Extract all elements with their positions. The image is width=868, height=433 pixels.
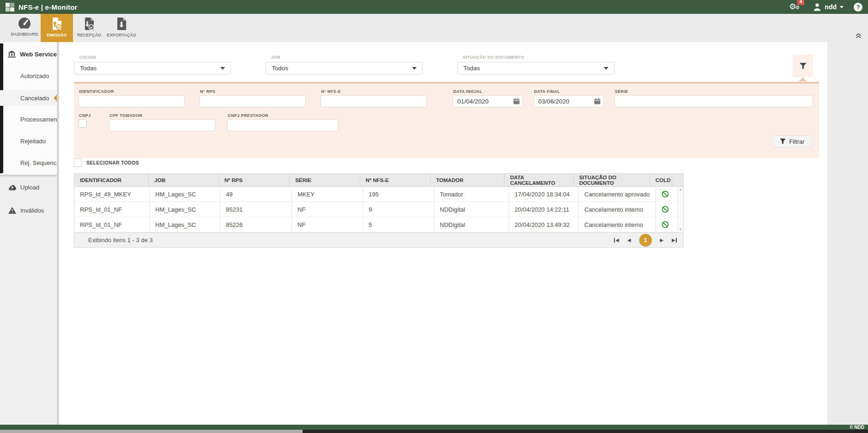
first-page-button[interactable]: ◀ <box>614 238 619 243</box>
filter-panel-toggle-button[interactable] <box>793 55 813 77</box>
serie-input[interactable] <box>614 95 813 107</box>
select-all-label: SELECIONAR TODOS <box>86 160 139 165</box>
table-row[interactable]: RPS_Id_01_NFHM_Lages_SC85231NF9NDDigital… <box>74 202 683 217</box>
column-header[interactable]: TOMADOR <box>431 174 504 186</box>
filtrar-button[interactable]: Filtrar <box>772 135 812 147</box>
sidebar: Web Service Autorizado Cancelado Process… <box>0 42 57 425</box>
column-header[interactable]: Nº RPS <box>219 174 290 186</box>
export-document-icon <box>115 17 127 31</box>
table-footer: Exibindo itens 1 - 3 de 3 ◀ ◀ 1 ▶ ▶ <box>74 232 683 247</box>
situacao-label: SITUAÇÃO DO DOCUMENTO <box>463 55 524 60</box>
serie-label: SÉRIE <box>615 89 628 94</box>
table-cell: 5 <box>363 217 434 232</box>
pagination: ◀ ◀ 1 ▶ ▶ <box>614 234 677 246</box>
cidade-select[interactable]: Todas <box>74 62 231 74</box>
user-menu[interactable]: ndd <box>813 3 844 11</box>
select-all-checkbox[interactable] <box>74 159 82 167</box>
job-label: JOB <box>271 55 280 60</box>
notification-badge: 4 <box>797 0 804 5</box>
table-cell: 195 <box>363 187 434 201</box>
table-cell: MKEY <box>292 187 363 201</box>
cpf-tomador-label: CPF TOMADOR <box>109 113 142 118</box>
column-header[interactable]: SÉRIE <box>290 174 360 186</box>
username: ndd <box>825 3 837 11</box>
horizontal-scrollbar[interactable] <box>0 430 868 433</box>
sidebar-item-upload[interactable]: Upload <box>0 179 57 195</box>
scroll-up-icon[interactable]: ▲ <box>679 188 682 191</box>
tab-dashboard[interactable]: DASHBOARD <box>8 14 41 42</box>
calendar-icon[interactable] <box>594 98 601 106</box>
horizontal-scrollbar-thumb[interactable] <box>0 430 303 433</box>
header-filler <box>672 174 683 186</box>
table-cell: 17/04/2020 18:34:04 <box>509 187 579 201</box>
nfse-input[interactable] <box>321 95 427 107</box>
select-caret-icon <box>604 67 608 70</box>
right-gutter <box>827 42 868 425</box>
cold-cancel-icon <box>662 221 669 228</box>
data-final-input[interactable] <box>534 95 604 107</box>
sidebar-item-invalidos[interactable]: Inválidos <box>0 202 57 218</box>
table-cell: 85226 <box>220 217 292 232</box>
scroll-down-icon[interactable]: ▼ <box>679 228 682 232</box>
sidebar-item-autorizado[interactable]: Autorizado <box>0 68 57 84</box>
table-cell: Cancelamento interno <box>579 202 656 217</box>
cold-cell[interactable] <box>656 187 678 201</box>
table-row[interactable]: RPS_Id_49_MKEYHM_Lages_SC49MKEY195Tomado… <box>74 187 683 202</box>
sidebar-item-rej-sequencial[interactable]: Rej. Sequencial <box>0 155 57 171</box>
sidebar-item-web-service[interactable]: Web Service <box>0 46 57 62</box>
chevrons-up-icon <box>856 33 862 38</box>
cpf-tomador-input[interactable] <box>109 119 215 131</box>
data-final-field <box>534 95 604 107</box>
identificador-input[interactable] <box>79 95 185 107</box>
tab-exportacao[interactable]: EXPORTAÇÃO <box>105 14 138 42</box>
table-cell: Cancelamento aprovado <box>579 187 656 201</box>
table-cell: 49 <box>220 187 292 201</box>
table-cell: 9 <box>363 202 434 217</box>
last-page-button[interactable]: ▶ <box>672 238 677 243</box>
funnel-icon <box>800 63 807 69</box>
table-cell: HM_Lages_SC <box>150 187 220 201</box>
table-cell: Tomador <box>434 187 509 201</box>
help-button[interactable]: ? <box>854 3 862 12</box>
column-header[interactable]: IDENTIFICADOR <box>74 174 149 186</box>
table-cell: NF <box>292 217 363 232</box>
column-header[interactable]: COLD <box>650 174 672 186</box>
next-page-button[interactable]: ▶ <box>660 238 664 243</box>
cnpj-checkbox[interactable] <box>79 119 87 128</box>
page: NFS-e | e-Monitor ⚙ ⚙ 4 ndd ? <box>0 0 868 433</box>
cnpj-prestador-label: CNPJ PRESTADOR <box>228 113 268 118</box>
table-body: RPS_Id_49_MKEYHM_Lages_SC49MKEY195Tomado… <box>74 187 683 232</box>
table-cell: NDDigital <box>434 202 509 217</box>
job-select[interactable]: Todos <box>266 62 423 74</box>
cnpj-prestador-input[interactable] <box>227 119 338 131</box>
cold-cell[interactable] <box>656 217 678 232</box>
column-header[interactable]: JOB <box>149 174 219 186</box>
emission-document-icon <box>51 17 63 31</box>
calendar-icon[interactable] <box>513 98 520 106</box>
current-page-button[interactable]: 1 <box>639 234 652 246</box>
rps-label: N° RPS <box>200 89 216 94</box>
cold-cell[interactable] <box>656 202 678 217</box>
cloud-upload-icon <box>7 184 17 190</box>
settings-gears-icon[interactable]: ⚙ ⚙ 4 <box>789 2 803 12</box>
main-content: CIDADE Todas JOB Todos SITUAÇÃO DO DOCUM… <box>59 42 827 425</box>
sidebar-item-processamento[interactable]: Processamento <box>0 111 57 127</box>
table-vertical-scrollbar[interactable]: ▲ ▼ <box>677 187 683 232</box>
tab-recepcao[interactable]: RECEPÇÃO <box>73 14 105 42</box>
sidebar-item-rejeitado[interactable]: Rejeitado <box>0 133 57 149</box>
column-header[interactable]: DATA CANCELAMENTO <box>504 174 573 186</box>
collapse-toolbar-button[interactable] <box>856 32 862 40</box>
cidade-label: CIDADE <box>79 55 97 60</box>
sidebar-scrollbar[interactable] <box>0 43 3 173</box>
column-header[interactable]: SITUAÇÃO DO DOCUMENTO <box>574 174 650 186</box>
column-header[interactable]: Nº NFS-E <box>360 174 431 186</box>
prev-page-button[interactable]: ◀ <box>627 238 631 243</box>
rps-input[interactable] <box>200 95 306 107</box>
app-title: NFS-e | e-Monitor <box>18 3 78 11</box>
situacao-select[interactable]: Todas <box>457 62 614 74</box>
table-row[interactable]: RPS_Id_01_NFHM_Lages_SC85226NF5NDDigital… <box>74 217 683 232</box>
warning-triangle-icon <box>7 207 17 214</box>
tab-emissao[interactable]: EMISSÃO <box>41 14 73 42</box>
data-inicial-input[interactable] <box>453 95 523 107</box>
sidebar-item-cancelado[interactable]: Cancelado <box>0 90 57 106</box>
